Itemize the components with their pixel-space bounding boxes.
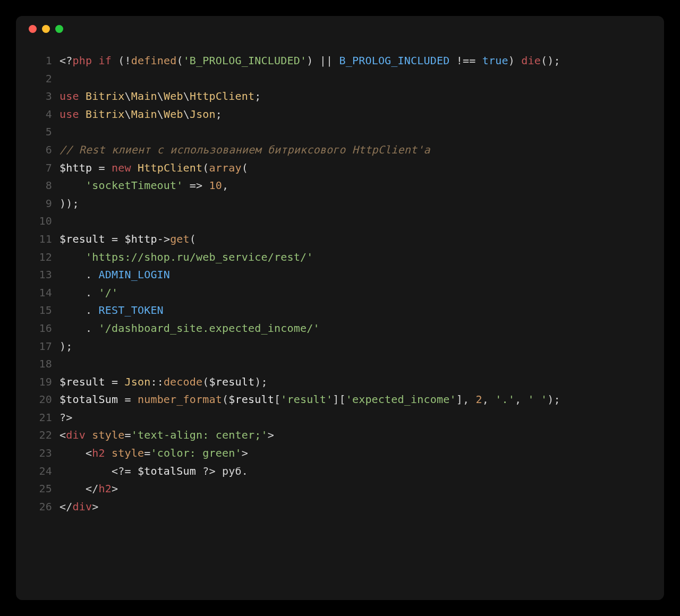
code-line[interactable]: 17); (31, 338, 649, 356)
code-line[interactable]: 21?> (31, 409, 649, 427)
code-content[interactable]: use Bitrix\Main\Web\Json; (60, 106, 222, 124)
code-content[interactable] (60, 70, 66, 88)
token-var: $result (209, 375, 255, 388)
code-line[interactable]: 11$result = $http->get( (31, 230, 649, 249)
token-fn: array (209, 161, 242, 174)
code-content[interactable]: use Bitrix\Main\Web\HttpClient; (60, 88, 261, 106)
code-line[interactable]: 8 'socketTimeout' => 10, (31, 177, 649, 195)
token-punct: ( (242, 161, 248, 174)
code-content[interactable]: <h2 style='color: green'> (60, 444, 248, 463)
code-line[interactable]: 3use Bitrix\Main\Web\HttpClient; (31, 88, 649, 106)
token-punct: ); (254, 375, 267, 388)
token-punct: (! (112, 54, 131, 67)
token-var: $http (124, 233, 157, 245)
minimize-icon[interactable] (42, 25, 50, 33)
code-line[interactable]: 15 . REST_TOKEN (31, 302, 649, 320)
token-str: 'color: green' (150, 447, 241, 459)
code-line[interactable]: 20$totalSum = number_format($result['res… (31, 391, 649, 409)
token-punct: ( (176, 54, 183, 67)
close-icon[interactable] (29, 25, 37, 33)
code-editor-window: 1<?php if (!defined('B_PROLOG_INCLUDED')… (16, 16, 664, 600)
code-line[interactable]: 13 . ADMIN_LOGIN (31, 266, 649, 284)
code-line[interactable]: 19$result = Json::decode($result); (31, 373, 649, 391)
token-type: Web (164, 108, 183, 121)
token-cmt: // Rest клиент с использованием битриксо… (60, 143, 430, 156)
code-line[interactable]: 7$http = new HttpClient(array( (31, 159, 649, 177)
token-punct (60, 251, 86, 263)
code-content[interactable]: 'socketTimeout' => 10, (60, 177, 228, 195)
line-number: 9 (31, 195, 52, 213)
window-titlebar (16, 16, 664, 41)
line-number: 14 (31, 284, 52, 302)
code-line[interactable]: 25 </h2> (31, 480, 649, 498)
code-content[interactable]: 'https://shop.ru/web_service/rest/' (60, 249, 313, 267)
token-punct: ][ (333, 393, 345, 406)
code-content[interactable]: . ADMIN_LOGIN (60, 266, 170, 284)
line-number: 8 (31, 177, 52, 195)
line-number: 12 (31, 249, 52, 267)
code-line[interactable]: 5 (31, 123, 649, 141)
code-content[interactable]: . '/dashboard_site.expected_income/' (60, 320, 320, 338)
code-line[interactable]: 4use Bitrix\Main\Web\Json; (31, 106, 649, 124)
token-str: '/dashboard_site.expected_income/' (98, 322, 319, 335)
code-content[interactable]: <?= $totalSum ?> руб. (60, 463, 248, 481)
line-number: 11 (31, 230, 52, 249)
line-number: 21 (31, 409, 52, 427)
code-content[interactable]: </h2> (60, 480, 118, 498)
code-content[interactable]: $result = $http->get( (60, 230, 196, 249)
code-content[interactable]: ); (60, 338, 72, 356)
line-number: 6 (31, 141, 52, 159)
code-content[interactable]: $totalSum = number_format($result['resul… (60, 391, 560, 409)
code-content[interactable]: <div style='text-align: center;'> (60, 426, 274, 444)
token-punct: = (124, 429, 131, 441)
token-punct: < (60, 447, 92, 459)
code-content[interactable]: . REST_TOKEN (60, 302, 164, 320)
code-content[interactable]: // Rest клиент с использованием битриксо… (60, 141, 430, 159)
token-punct: </ (60, 482, 98, 495)
token-attr: style (92, 429, 124, 441)
code-line[interactable]: 23 <h2 style='color: green'> (31, 444, 649, 463)
code-line[interactable]: 1<?php if (!defined('B_PROLOG_INCLUDED')… (31, 52, 649, 70)
token-str: 'expected_income' (346, 393, 456, 406)
token-punct: \ (157, 108, 164, 121)
token-var: $http (60, 161, 92, 174)
token-punct (79, 90, 86, 102)
code-line[interactable]: 16 . '/dashboard_site.expected_income/' (31, 320, 649, 338)
code-line[interactable]: 2 (31, 70, 649, 88)
token-punct: !== (450, 54, 482, 67)
token-var: $result (60, 233, 105, 245)
token-const: true (482, 54, 508, 67)
code-content[interactable]: </div> (60, 498, 98, 516)
code-line[interactable]: 14 . '/' (31, 284, 649, 302)
code-content[interactable]: . '/' (60, 284, 118, 302)
code-content[interactable] (60, 123, 66, 141)
token-str: '/' (98, 286, 118, 299)
token-punct: ], (456, 393, 476, 406)
line-number: 25 (31, 480, 52, 498)
code-content[interactable]: <?php if (!defined('B_PROLOG_INCLUDED') … (60, 52, 560, 70)
token-punct: = (105, 375, 125, 388)
code-content[interactable] (60, 212, 66, 230)
code-line[interactable]: 12 'https://shop.ru/web_service/rest/' (31, 249, 649, 267)
code-line[interactable]: 26</div> (31, 498, 649, 516)
code-line[interactable]: 6// Rest клиент с использованием битрикс… (31, 141, 649, 159)
token-var: $totalSum (60, 393, 118, 406)
maximize-icon[interactable] (55, 25, 63, 33)
code-line[interactable]: 9)); (31, 195, 649, 213)
code-line[interactable]: 10 (31, 212, 649, 230)
line-number: 16 (31, 320, 52, 338)
token-fn: decode (164, 375, 202, 388)
token-var: $result (228, 393, 274, 406)
code-content[interactable] (60, 355, 66, 373)
code-line[interactable]: 24 <?= $totalSum ?> руб. (31, 463, 649, 481)
token-type: HttpClient (138, 161, 202, 174)
token-code: руб. (216, 465, 248, 477)
code-content[interactable]: $http = new HttpClient(array( (60, 159, 248, 177)
code-editor[interactable]: 1<?php if (!defined('B_PROLOG_INCLUDED')… (16, 41, 664, 526)
code-content[interactable]: )); (60, 195, 79, 213)
code-content[interactable]: ?> (60, 409, 72, 427)
code-line[interactable]: 18 (31, 355, 649, 373)
code-line[interactable]: 22<div style='text-align: center;'> (31, 426, 649, 444)
code-content[interactable]: $result = Json::decode($result); (60, 373, 268, 391)
line-number: 19 (31, 373, 52, 391)
